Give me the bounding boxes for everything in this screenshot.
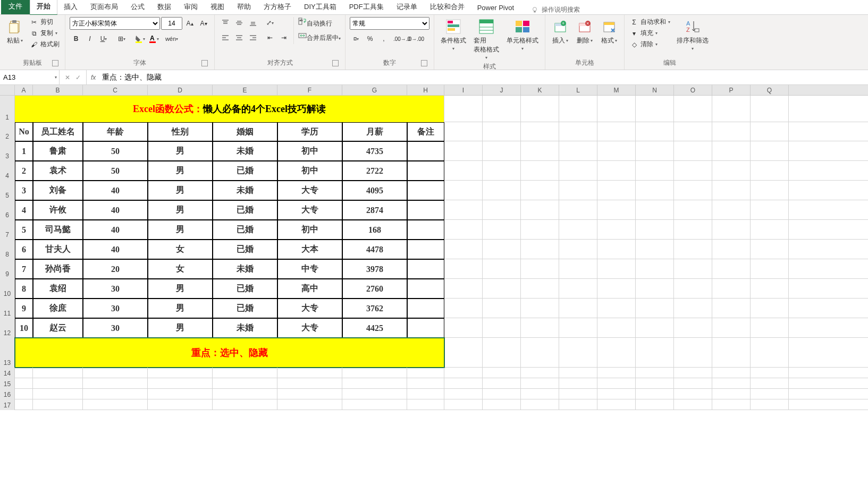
data-cell[interactable]: 168 [342,220,407,240]
data-cell[interactable]: 大专 [277,200,342,220]
data-cell[interactable]: 未婚 [213,259,277,279]
row-header-14[interactable]: 14 [0,368,15,378]
data-cell[interactable] [407,161,444,181]
data-cell[interactable]: 大专 [277,318,342,338]
italic-button[interactable]: I [83,33,96,45]
data-cell[interactable]: 初中 [277,141,342,161]
data-cell[interactable]: 大本 [277,240,342,259]
wrap-text-button[interactable]: ab自动换行 [298,17,341,28]
data-cell[interactable] [407,181,444,200]
increase-font-button[interactable]: A▴ [183,18,196,29]
header-cell[interactable]: 备注 [407,122,444,141]
data-cell[interactable]: 30 [83,279,148,299]
data-cell[interactable]: 男 [148,200,213,220]
data-cell[interactable]: 男 [148,279,213,299]
tab-6[interactable]: 审阅 [178,0,204,14]
header-cell[interactable]: 性别 [148,122,213,141]
data-cell[interactable]: 男 [148,141,213,161]
col-header-O[interactable]: O [674,85,712,95]
currency-button[interactable]: ¤▾ [350,33,363,45]
data-cell[interactable]: 4735 [342,141,407,161]
col-header-J[interactable]: J [483,85,521,95]
tab-1[interactable]: 开始 [30,0,57,15]
row-header-1[interactable]: 1 [0,96,15,122]
merge-center-button[interactable]: 合并后居中▾ [298,31,341,44]
data-cell[interactable] [407,259,444,279]
align-bottom-button[interactable] [247,17,259,29]
tab-13[interactable]: 比较和合并 [424,0,471,14]
row-header-17[interactable]: 17 [0,399,15,410]
data-cell[interactable]: 男 [148,181,213,200]
border-button[interactable]: ⊞▾ [115,33,128,45]
col-header-H[interactable]: H [407,85,444,95]
data-cell[interactable]: 3 [15,181,33,200]
number-format-select[interactable]: 常规 [350,17,429,30]
header-cell[interactable]: 婚姻 [213,122,277,141]
increase-decimal-button[interactable]: .00→.0 [395,33,408,45]
format-painter-button[interactable]: 🖌格式刷 [29,39,61,49]
decrease-decimal-button[interactable]: .0→.00 [409,33,422,45]
data-cell[interactable]: 司马懿 [33,220,83,240]
data-cell[interactable]: 中专 [277,259,342,279]
decrease-font-button[interactable]: A▾ [197,18,210,29]
data-cell[interactable]: 男 [148,161,213,181]
percent-button[interactable]: % [364,33,376,45]
footer-cell[interactable]: 重点：选中、隐藏 [15,338,444,368]
font-size-input[interactable] [161,17,182,30]
data-cell[interactable]: 已婚 [213,299,277,318]
data-cell[interactable]: 6 [15,240,33,259]
data-cell[interactable]: 初中 [277,161,342,181]
col-header-L[interactable]: L [559,85,597,95]
data-cell[interactable]: 高中 [277,279,342,299]
delete-button[interactable]: ×删除▾ [574,17,595,46]
data-cell[interactable]: 2 [15,161,33,181]
row-header-3[interactable]: 3 [0,141,15,161]
data-cell[interactable]: 2874 [342,200,407,220]
data-cell[interactable]: 30 [83,318,148,338]
font-color-button[interactable]: A▾ [147,33,160,45]
autosum-button[interactable]: Σ自动求和▾ [629,17,671,27]
data-cell[interactable]: 刘备 [33,181,83,200]
font-launcher[interactable] [201,60,208,66]
data-cell[interactable]: 已婚 [213,279,277,299]
tab-5[interactable]: 数据 [151,0,178,14]
phonetic-button[interactable]: wén▾ [165,33,178,45]
data-cell[interactable]: 初中 [277,220,342,240]
decrease-indent-button[interactable]: ⇤ [264,32,276,44]
data-cell[interactable]: 2722 [342,161,407,181]
data-cell[interactable]: 5 [15,220,33,240]
data-cell[interactable]: 徐庶 [33,299,83,318]
data-cell[interactable]: 8 [15,279,33,299]
row-header-4[interactable]: 4 [0,161,15,181]
data-cell[interactable]: 40 [83,181,148,200]
align-middle-button[interactable] [233,17,246,29]
data-cell[interactable]: 未婚 [213,318,277,338]
table-format-button[interactable]: 套用 表格格式▾ [471,17,501,61]
data-cell[interactable]: 袁绍 [33,279,83,299]
header-cell[interactable]: No [15,122,33,141]
title-cell[interactable]: Excel函数公式：懒人必备的4个Excel技巧解读 [15,96,444,122]
col-header-P[interactable]: P [712,85,751,95]
header-cell[interactable]: 年龄 [83,122,148,141]
row-header-7[interactable]: 7 [0,220,15,240]
tab-12[interactable]: 记录单 [390,0,424,14]
clipboard-launcher[interactable] [52,60,58,66]
data-cell[interactable] [407,240,444,259]
format-button[interactable]: 格式▾ [599,17,620,46]
tab-7[interactable]: 视图 [204,0,231,14]
header-cell[interactable]: 学历 [277,122,342,141]
col-header-I[interactable]: I [444,85,483,95]
data-cell[interactable]: 2760 [342,279,407,299]
tab-3[interactable]: 页面布局 [84,0,124,14]
data-cell[interactable]: 男 [148,299,213,318]
data-cell[interactable]: 40 [83,200,148,220]
data-cell[interactable] [407,318,444,338]
data-cell[interactable]: 30 [83,299,148,318]
row-header-10[interactable]: 10 [0,279,15,299]
conditional-format-button[interactable]: 条件格式▾ [439,17,468,52]
data-cell[interactable]: 甘夫人 [33,240,83,259]
data-cell[interactable]: 50 [83,161,148,181]
font-name-select[interactable]: 方正小标宋简体 [70,17,160,30]
data-cell[interactable]: 9 [15,299,33,318]
data-cell[interactable] [407,279,444,299]
